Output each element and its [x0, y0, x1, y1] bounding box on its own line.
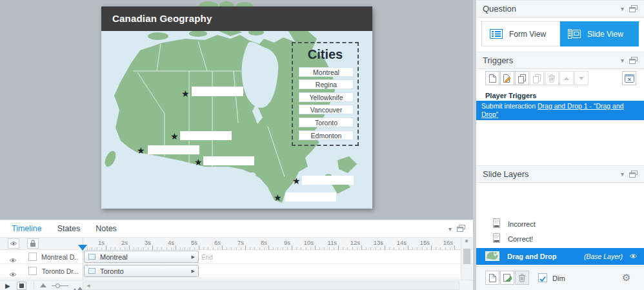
float-panel-icon[interactable] — [457, 223, 465, 234]
zoom-slider-knob[interactable] — [55, 284, 60, 288]
zoom-slider-track — [52, 285, 68, 286]
timeline-panel: Timeline States Notes ▾ 1s2s3s4s5s6s7s8s… — [0, 220, 473, 290]
copy-icon — [518, 74, 527, 83]
slide-canvas[interactable]: Canadian Geography — [101, 6, 372, 209]
duplicate-layer-button[interactable] — [500, 271, 514, 285]
object-name[interactable]: Montreal D... — [41, 253, 79, 261]
edit-trigger-button[interactable] — [500, 71, 514, 85]
layer-thumbnail-icon — [493, 218, 500, 229]
layer-map-thumbnail — [485, 251, 499, 262]
city-drag-item[interactable]: Yellowknife — [299, 92, 354, 102]
zoom-out-button[interactable] — [40, 284, 46, 287]
layer-item-base-selected[interactable]: Drag and Drop (Base Layer) — [476, 248, 644, 265]
object-name[interactable]: Toronto Dr... — [41, 267, 79, 275]
bar-expand-arrow-icon[interactable]: ▶ — [192, 269, 195, 274]
layer-item-correct[interactable]: Correct! — [476, 232, 644, 245]
object-shape-icon — [88, 254, 96, 260]
base-layer-note: (Base Layer) — [584, 253, 623, 260]
float-panel-icon[interactable] — [629, 3, 638, 15]
tab-states[interactable]: States — [57, 224, 80, 233]
object-shape-icon — [88, 268, 96, 274]
triggers-panel-header: Triggers ▾ — [476, 52, 644, 69]
layer-thumbnail-icon — [493, 233, 500, 244]
lock-all-icon[interactable] — [27, 238, 39, 249]
layer-label: Incorrect — [508, 220, 536, 228]
form-view-icon — [490, 29, 503, 39]
paste-icon — [532, 74, 541, 83]
move-down-button[interactable] — [574, 71, 589, 85]
trigger-condition: When the user clicks the submit button — [481, 119, 640, 127]
dim-checkbox[interactable] — [538, 273, 547, 282]
collapse-caret-icon[interactable]: ▾ — [621, 171, 624, 178]
tab-timeline[interactable]: Timeline — [12, 224, 42, 233]
tab-notes[interactable]: Notes — [96, 224, 117, 233]
city-star-icon: ★ — [274, 193, 282, 202]
player-triggers-label: Player Triggers — [485, 92, 537, 99]
float-panel-icon[interactable] — [629, 169, 638, 180]
drop-target[interactable] — [203, 156, 254, 165]
new-layer-button[interactable] — [485, 271, 499, 285]
drop-target[interactable] — [285, 192, 336, 202]
slide-view-icon — [568, 29, 581, 39]
checkmark-icon — [539, 275, 547, 283]
timeline-end-label: End — [201, 254, 213, 261]
trigger-item-selected[interactable]: Submit interaction Drag and Drop 1 - “Dr… — [476, 101, 644, 120]
row-visibility-eye-icon[interactable] — [9, 268, 17, 280]
collapse-caret-icon[interactable]: ▾ — [621, 5, 624, 12]
row-lock-checkbox[interactable] — [28, 267, 37, 275]
column-divider — [83, 238, 83, 280]
timeline-ruler[interactable]: 1s2s3s4s5s6s7s8s9s10s11s12s13s14s15s16s — [83, 238, 461, 250]
horizontal-scrollbar[interactable]: ◄ — [83, 282, 459, 290]
playhead-marker[interactable] — [78, 245, 87, 251]
layer-visibility-eye-icon[interactable] — [629, 253, 638, 260]
timeline-object-bar[interactable]: Toronto ▶ — [84, 265, 199, 277]
form-view-label: Form View — [509, 30, 546, 39]
move-up-button[interactable] — [559, 71, 574, 85]
delete-trigger-button[interactable] — [545, 71, 559, 85]
city-drag-item[interactable]: Vancouver — [299, 105, 354, 114]
dim-checkbox-label[interactable]: Dim — [552, 274, 565, 282]
city-drag-item[interactable]: Toronto — [299, 118, 354, 127]
slide-title: Canadian Geography — [101, 6, 372, 31]
play-button[interactable]: ▶ — [5, 282, 10, 289]
bar-label: Montreal — [100, 253, 192, 261]
slide-view-label: Slide View — [587, 30, 623, 39]
timeline-tab-bar: Timeline States Notes ▾ — [0, 220, 473, 238]
scroll-down-icon[interactable]: ▼ — [461, 238, 472, 279]
layer-properties-gear-icon[interactable]: ⚙ — [622, 273, 630, 282]
new-trigger-button[interactable] — [485, 71, 499, 85]
stop-button[interactable] — [17, 282, 26, 290]
edit-pencil-icon — [503, 74, 512, 83]
slide-view-button[interactable]: Slide View — [560, 21, 639, 47]
collapse-caret-icon[interactable]: ▾ — [621, 57, 624, 64]
collapse-caret-icon[interactable]: ▾ — [448, 225, 452, 233]
layer-item-incorrect[interactable]: Incorrect — [476, 217, 644, 231]
city-star-icon: ★ — [292, 176, 301, 185]
paste-trigger-button[interactable] — [530, 71, 544, 85]
toggle-all-visibility-eye-icon[interactable] — [8, 238, 19, 249]
drop-target[interactable] — [180, 131, 232, 140]
drop-target[interactable] — [192, 87, 243, 96]
city-drag-item[interactable]: Montreal — [299, 67, 354, 77]
city-drag-item[interactable]: Regina — [299, 79, 354, 89]
city-star-icon: ★ — [137, 146, 145, 155]
manage-variables-button[interactable] — [622, 71, 636, 85]
variables-icon — [625, 74, 634, 83]
question-panel-title: Question — [483, 4, 621, 14]
form-view-button[interactable]: Form View — [481, 21, 560, 47]
drop-target[interactable] — [148, 145, 199, 154]
vertical-scrollbar[interactable]: ▲ ▼ — [461, 238, 472, 280]
copy-trigger-button[interactable] — [515, 71, 529, 85]
float-panel-icon[interactable] — [629, 55, 638, 67]
city-drag-item[interactable]: Edmonton — [299, 130, 354, 140]
bar-expand-arrow-icon[interactable]: ▶ — [192, 254, 195, 260]
city-star-icon: ★ — [170, 132, 179, 141]
timeline-object-bar[interactable]: Montreal ▶ — [84, 251, 199, 263]
trigger-action: Submit interaction — [481, 102, 538, 110]
timeline-controls-bar: ▶ ◄ ► — [0, 280, 473, 290]
view-toggle-row: Form View Slide View — [476, 18, 644, 52]
drop-target[interactable] — [302, 176, 354, 185]
scroll-left-icon[interactable]: ◄ — [86, 283, 91, 289]
row-lock-checkbox[interactable] — [28, 253, 37, 261]
delete-layer-button[interactable] — [515, 271, 529, 285]
